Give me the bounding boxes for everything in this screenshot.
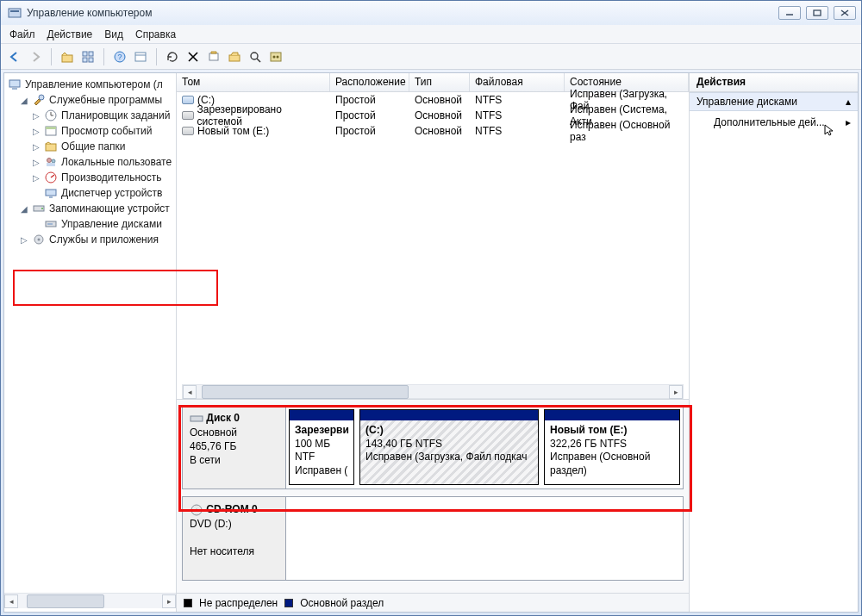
partition-reserved[interactable]: Зарезерви 100 МБ NTF Исправен ( [289,409,354,485]
tree-root-label: Управление компьютером (л [25,78,163,90]
up-icon[interactable] [59,48,76,65]
disk0-kind: Основной [190,426,237,439]
minimize-button[interactable] [778,6,801,20]
actions-group-label: Управление дисками [696,96,797,108]
separator-icon [51,48,52,65]
disk-graphic-area: Диск 0 Основной 465,76 ГБ В сети Зарезер… [177,399,689,593]
expand-icon[interactable]: ▷ [32,158,41,167]
svg-point-26 [39,95,44,100]
scroll-left-icon[interactable]: ◂ [183,385,197,399]
actions-more[interactable]: Дополнительные дей... ▸ [690,111,858,134]
svg-rect-24 [9,80,20,87]
legend: Не распределен Основной раздел [177,593,689,612]
window-controls [778,6,856,20]
svg-rect-1 [10,10,19,12]
expand-icon[interactable]: ▷ [32,142,41,152]
vol-type: Основной [415,125,462,137]
tree-shared-folders[interactable]: ▷Общие папки [28,139,176,154]
part-size: 143,40 ГБ NTFS [365,438,442,450]
vol-layout: Простой [335,109,376,121]
app-icon [8,6,22,20]
col-volume[interactable]: Том [177,73,330,91]
scroll-left-icon[interactable]: ◂ [4,594,18,608]
tree-system-tools[interactable]: ◢ Служебные программы [16,92,176,108]
partition-c[interactable]: (C:) 143,40 ГБ NTFS Исправен (Загрузка, … [359,409,539,485]
tree-device-manager[interactable]: Диспетчер устройств [28,185,176,201]
svg-rect-25 [12,88,17,90]
scroll-right-icon[interactable]: ▸ [162,594,176,608]
tree-label: Планировщик заданий [61,109,170,121]
svg-point-41 [41,208,43,209]
legend-primary: Основной раздел [300,597,384,609]
maximize-button[interactable] [806,6,828,20]
cdrom-row[interactable]: CD-ROM 0 DVD (D:) Нет носителя [182,496,684,581]
part-status: Исправен ( [295,464,347,476]
tool-icon-2[interactable] [226,48,243,65]
vol-fs: NTFS [475,109,502,121]
scroll-thumb[interactable] [27,594,104,608]
svg-rect-7 [83,52,87,56]
tree-label: Диспетчер устройств [61,187,162,199]
expand-icon[interactable]: ▷ [32,111,41,121]
tool-icon-3[interactable] [267,48,284,65]
tree-disk-mgmt[interactable]: Управление дисками [28,216,176,232]
tree-local-users[interactable]: ▷Локальные пользовате [28,154,176,170]
disk0-title: Диск 0 [206,412,240,424]
help-icon[interactable]: ? [111,48,128,65]
col-type[interactable]: Тип [409,73,470,91]
expand-icon[interactable]: ◢ [20,96,28,105]
cdrom-title: CD-ROM 0 [206,503,257,515]
svg-point-22 [273,55,276,58]
menu-action[interactable]: Действие [47,28,93,40]
view-icon[interactable] [132,48,149,65]
vol-layout: Простой [335,94,376,106]
tree-label: Локальные пользовате [61,156,172,168]
cdrom-label: CD-ROM 0 DVD (D:) Нет носителя [183,497,286,580]
scroll-thumb[interactable] [202,385,409,399]
scroll-right-icon[interactable]: ▸ [669,385,683,399]
tree-pane: Управление компьютером (л ◢ Служебные пр… [4,73,177,612]
properties-icon[interactable] [79,48,97,65]
tree-performance[interactable]: ▷Производительность [28,170,176,185]
menu-help[interactable]: Справка [135,28,176,40]
vol-name: Новый том (E:) [197,125,269,137]
col-layout[interactable]: Расположение [330,73,409,91]
tree-hscrollbar[interactable]: ◂ ▸ [4,593,176,608]
expand-icon[interactable]: ▷ [32,127,41,136]
close-button[interactable] [834,6,856,20]
part-name: Зарезерви [295,424,349,436]
tree-root[interactable]: Управление компьютером (л [4,77,176,92]
partition-e[interactable]: Новый том (E:) 322,26 ГБ NTFS Исправен (… [544,409,680,485]
tree-services-apps[interactable]: ▷ Службы и приложения [16,232,176,247]
legend-unalloc: Не распределен [199,597,278,609]
svg-rect-31 [46,127,56,129]
menu-view[interactable]: Вид [104,28,123,40]
primary-stripe-icon [545,410,679,420]
menu-file[interactable]: Файл [9,28,35,40]
search-icon[interactable] [247,48,264,65]
back-button[interactable] [6,48,23,65]
forward-button[interactable] [27,48,44,65]
svg-rect-8 [89,52,93,56]
disk0-row[interactable]: Диск 0 Основной 465,76 ГБ В сети Зарезер… [182,405,684,489]
svg-rect-39 [49,196,53,198]
tree-label: Производительность [61,171,161,184]
tree-event-viewer[interactable]: ▷Просмотр событий [28,123,176,139]
actions-more-label: Дополнительные дей... [714,116,825,128]
actions-group-disk-mgmt[interactable]: Управление дисками ▴ [690,92,858,111]
tree-label: Общие папки [61,140,125,152]
col-fs[interactable]: Файловая система [470,73,565,91]
vol-layout: Простой [335,125,376,137]
tool-icon-1[interactable] [205,48,222,65]
event-icon [44,124,58,138]
refresh-icon[interactable] [164,48,181,65]
tree-task-scheduler[interactable]: ▷Планировщик заданий [28,108,176,123]
volume-row[interactable]: Новый том (E:) Простой Основной NTFS Исп… [177,123,689,139]
expand-icon[interactable]: ▷ [20,235,28,245]
expand-icon[interactable]: ◢ [20,204,28,214]
volumes-hscrollbar[interactable]: ◂ ▸ [182,384,684,399]
delete-icon[interactable] [184,48,202,65]
tree-storage[interactable]: ◢ Запоминающие устройст [16,201,176,216]
collapse-icon[interactable]: ▴ [846,96,851,108]
expand-icon[interactable]: ▷ [32,173,41,183]
